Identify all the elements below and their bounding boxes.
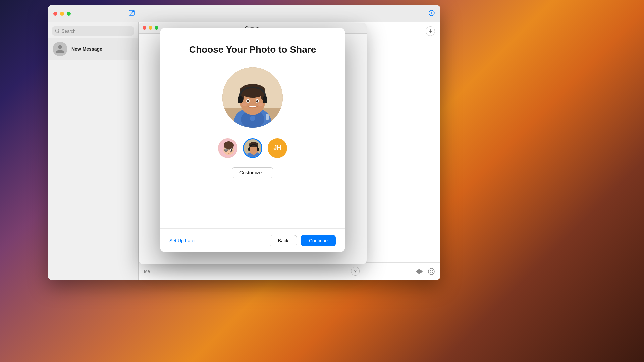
svg-point-24 [256, 100, 258, 102]
svg-rect-2 [416, 271, 417, 272]
svg-point-10 [430, 270, 431, 271]
photo-option-3[interactable]: JH [268, 138, 287, 158]
svg-rect-7 [421, 270, 422, 273]
svg-point-40 [230, 148, 233, 152]
messages-titlebar [48, 5, 440, 22]
sidebar: Search New Message [48, 22, 139, 280]
general-minimize-button[interactable] [149, 26, 152, 30]
search-bar-container: Search [48, 22, 138, 38]
svg-rect-38 [219, 155, 237, 158]
search-placeholder: Search [62, 28, 75, 34]
svg-point-9 [428, 268, 434, 275]
svg-rect-26 [263, 96, 267, 103]
conversation-name: New Message [71, 46, 102, 52]
general-maximize-button[interactable] [155, 26, 158, 30]
svg-rect-4 [418, 269, 419, 274]
photo-options: JH [218, 138, 287, 158]
add-recipient-button[interactable] [426, 26, 435, 36]
set-up-later-button[interactable]: Set Up Later [169, 238, 196, 243]
search-input-wrap[interactable]: Search [52, 26, 134, 36]
svg-rect-5 [419, 269, 420, 274]
general-close-button[interactable] [143, 26, 146, 30]
traffic-lights [53, 12, 71, 16]
help-button[interactable]: ? [351, 267, 360, 276]
maximize-button[interactable] [67, 12, 71, 16]
svg-rect-8 [422, 271, 423, 272]
photo-option-2[interactable] [243, 138, 262, 158]
svg-point-39 [224, 148, 228, 152]
avatar-generic [53, 42, 67, 56]
add-new-message-icon[interactable] [428, 10, 435, 16]
svg-point-27 [242, 103, 247, 106]
photo-share-modal: Choose Your Photo to Share [160, 28, 345, 252]
svg-rect-6 [420, 270, 421, 273]
chat-footer: Me [139, 262, 440, 280]
modal-footer: Set Up Later Back Continue [160, 228, 345, 252]
footer-right-buttons: Back Continue [270, 235, 336, 246]
svg-rect-3 [417, 270, 418, 273]
svg-rect-25 [238, 96, 243, 103]
general-traffic-lights [143, 26, 158, 30]
modal-title: Choose Your Photo to Share [189, 44, 316, 55]
profile-photo-svg [222, 67, 283, 128]
close-button[interactable] [53, 12, 57, 16]
svg-point-11 [432, 270, 433, 271]
svg-point-28 [258, 103, 263, 106]
customize-button[interactable]: Customize... [232, 167, 273, 178]
search-icon [55, 29, 60, 33]
photo-option-1[interactable] [218, 138, 237, 158]
main-profile-photo [222, 67, 283, 128]
minimize-button[interactable] [60, 12, 64, 16]
compose-icon[interactable] [128, 10, 135, 16]
svg-point-29 [250, 116, 255, 121]
svg-rect-48 [257, 148, 259, 151]
audio-waveform-icon[interactable] [416, 269, 424, 274]
back-button[interactable]: Back [270, 235, 297, 246]
svg-rect-47 [248, 148, 250, 151]
initials-text: JH [273, 144, 281, 152]
me-label: Me [144, 269, 150, 274]
modal-content: Choose Your Photo to Share [160, 28, 345, 228]
continue-button[interactable]: Continue [301, 235, 336, 246]
conversation-item-new-message[interactable]: New Message [48, 38, 138, 60]
svg-point-23 [247, 100, 249, 102]
svg-rect-30 [266, 114, 269, 120]
emoji-icon[interactable] [428, 268, 435, 275]
